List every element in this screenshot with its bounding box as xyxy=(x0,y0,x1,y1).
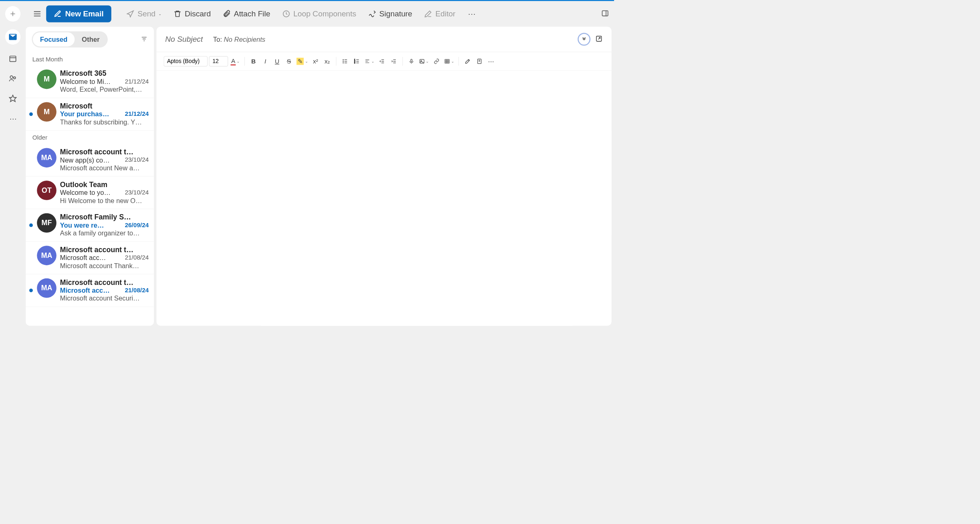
compose-pane: No Subject To: No Recipients xyxy=(156,27,612,326)
subscript-button[interactable]: x₂ xyxy=(322,56,332,66)
superscript-button[interactable]: x² xyxy=(310,56,321,66)
svg-rect-2 xyxy=(10,56,16,61)
chevron-down-icon: ⌄ xyxy=(158,12,162,16)
svg-marker-6 xyxy=(9,95,16,102)
message-from: Microsoft xyxy=(60,102,149,110)
format-toolbar: Aptos (Body) 12 A⌄ B I U S ✎⌄ x² x₂ xyxy=(156,52,612,71)
compose-round-button[interactable] xyxy=(5,6,21,22)
message-row[interactable]: M Microsoft 365 Welcome to Mi… 21/12/24 … xyxy=(26,66,154,98)
insert-picture-button[interactable]: ⌄ xyxy=(418,56,430,66)
svg-text:3: 3 xyxy=(354,62,355,64)
discard-label: Discard xyxy=(185,9,211,18)
message-row[interactable]: M Microsoft Your purchas… 21/12/24 Thank… xyxy=(26,98,154,131)
message-row[interactable]: OT Outlook Team Welcome to yo… 23/10/24 … xyxy=(26,176,154,209)
loop-components-button[interactable]: Loop Components xyxy=(278,7,361,21)
message-subject: Microsoft acc… xyxy=(60,287,110,294)
message-row[interactable]: MA Microsoft account t… Microsoft acc… 2… xyxy=(26,242,154,274)
unread-dot-icon xyxy=(29,112,33,116)
dictate-button[interactable] xyxy=(406,56,417,66)
svg-rect-41 xyxy=(445,59,449,63)
message-preview: Microsoft account Securi… xyxy=(60,294,149,302)
font-family-select[interactable]: Aptos (Body) xyxy=(164,56,208,66)
editor-label: Editor xyxy=(435,9,455,18)
message-row[interactable]: MA Microsoft account t… Microsoft acc… 2… xyxy=(26,274,154,307)
font-size-select[interactable]: 12 xyxy=(209,56,228,66)
svg-rect-11 xyxy=(602,11,608,16)
underline-button[interactable]: U xyxy=(272,56,282,66)
filter-icon[interactable] xyxy=(140,35,148,43)
signature-label: Signature xyxy=(379,9,412,18)
recipients-value: No Recipients xyxy=(224,35,265,43)
highlight-button[interactable]: ✎⌄ xyxy=(296,56,309,66)
message-preview: Thanks for subscribing. Y… xyxy=(60,118,149,126)
unread-dot-icon xyxy=(29,289,33,292)
section-header: Older xyxy=(26,131,154,144)
message-from: Microsoft account t… xyxy=(60,278,149,287)
attach-label: Attach File xyxy=(234,9,270,18)
calendar-nav-button[interactable] xyxy=(7,52,19,65)
expand-header-button[interactable] xyxy=(578,33,590,45)
popout-button[interactable] xyxy=(595,35,603,43)
people-nav-button[interactable] xyxy=(7,72,19,85)
message-from: Microsoft account t… xyxy=(60,246,149,254)
italic-button[interactable]: I xyxy=(260,56,270,66)
number-list-button[interactable]: 123 xyxy=(352,56,362,66)
svg-point-21 xyxy=(343,63,343,63)
insert-table-button[interactable]: ⌄ xyxy=(443,56,455,66)
send-button[interactable]: Send ⌄ xyxy=(122,7,166,21)
collapse-ribbon-button[interactable] xyxy=(601,9,609,18)
message-date: 23/10/24 xyxy=(125,156,149,164)
avatar: MA xyxy=(37,246,56,265)
message-row[interactable]: MA Microsoft account t… New app(s) co… 2… xyxy=(26,144,154,177)
message-subject: New app(s) co… xyxy=(60,156,110,164)
message-preview: Ask a family organizer to… xyxy=(60,229,149,237)
send-label: Send xyxy=(138,9,156,18)
message-date: 26/09/24 xyxy=(125,221,149,229)
avatar: MA xyxy=(37,148,56,168)
avatar: M xyxy=(37,70,56,89)
align-button[interactable]: ⌄ xyxy=(364,56,375,66)
focused-tab[interactable]: Focused xyxy=(33,32,75,46)
message-from: Microsoft account t… xyxy=(60,148,149,156)
message-from: Outlook Team xyxy=(60,181,149,189)
message-preview: Microsoft account Thank… xyxy=(60,262,149,270)
message-date: 21/12/24 xyxy=(125,78,149,86)
message-row[interactable]: MF Microsoft Family S… You were re… 26/0… xyxy=(26,209,154,242)
loop-label: Loop Components xyxy=(294,9,357,18)
message-body-input[interactable] xyxy=(164,79,604,318)
hamburger-icon[interactable] xyxy=(31,7,43,20)
attach-file-button[interactable]: Attach File xyxy=(218,7,275,21)
indent-button[interactable] xyxy=(388,56,399,66)
bullet-list-button[interactable] xyxy=(340,56,350,66)
discard-button[interactable]: Discard xyxy=(169,7,215,21)
font-color-button[interactable]: A⌄ xyxy=(230,56,241,66)
bold-button[interactable]: B xyxy=(248,56,259,66)
more-nav-button[interactable]: ⋯ xyxy=(7,112,19,124)
accessibility-check-button[interactable] xyxy=(474,56,485,66)
editor-button[interactable]: Editor xyxy=(420,7,460,21)
insert-link-button[interactable] xyxy=(431,56,442,66)
toolbar-more-button[interactable]: ⋯ xyxy=(463,9,481,18)
inbox-tabs: Focused Other xyxy=(32,31,108,47)
message-date: 21/08/24 xyxy=(125,287,149,294)
avatar: OT xyxy=(37,181,56,200)
message-from: Microsoft Family S… xyxy=(60,213,149,221)
format-more-button[interactable]: ⋯ xyxy=(486,56,497,66)
other-tab[interactable]: Other xyxy=(75,32,107,46)
favorites-nav-button[interactable] xyxy=(7,93,19,105)
subject-field[interactable]: No Subject xyxy=(165,35,203,43)
section-header: Last Month xyxy=(26,52,154,66)
mail-nav-button[interactable] xyxy=(5,29,21,45)
to-field[interactable]: To: No Recipients xyxy=(213,35,266,43)
message-from: Microsoft 365 xyxy=(60,70,149,78)
message-subject: Welcome to yo… xyxy=(60,189,111,196)
message-date: 23/10/24 xyxy=(125,189,149,196)
styles-button[interactable] xyxy=(463,56,473,66)
signature-button[interactable]: Signature xyxy=(364,7,417,21)
to-label: To: xyxy=(213,35,222,43)
message-preview: Word, Excel, PowerPoint,… xyxy=(60,86,149,93)
message-preview: Hi Welcome to the new O… xyxy=(60,197,149,205)
strikethrough-button[interactable]: S xyxy=(284,56,294,66)
new-email-button[interactable]: New Email xyxy=(46,5,111,22)
outdent-button[interactable] xyxy=(377,56,387,66)
